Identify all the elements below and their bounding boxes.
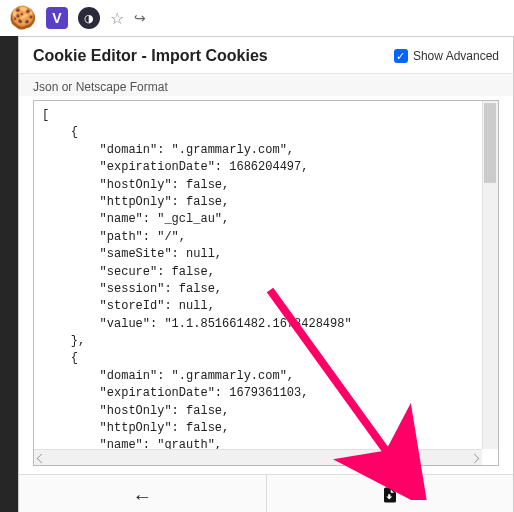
background-page (0, 36, 18, 512)
scrollbar-vertical[interactable] (482, 101, 498, 449)
popup-footer: ← (19, 474, 513, 512)
show-advanced-toggle[interactable]: ✓ Show Advanced (394, 49, 499, 63)
forward-icon[interactable]: ↪ (134, 10, 146, 26)
show-advanced-label: Show Advanced (413, 49, 499, 63)
scrollbar-horizontal[interactable] (34, 449, 482, 465)
cookie-editor-popup: Cookie Editor - Import Cookies ✓ Show Ad… (18, 36, 514, 512)
browser-toolbar: 🍪 V ◑ ☆ ↪ (0, 0, 514, 36)
import-file-icon (381, 485, 399, 509)
json-textarea[interactable]: [ { "domain": ".grammarly.com", "expirat… (33, 100, 499, 466)
star-icon[interactable]: ☆ (110, 9, 124, 28)
import-button[interactable] (267, 475, 514, 512)
format-label: Json or Netscape Format (19, 74, 513, 96)
back-arrow-icon: ← (132, 485, 152, 508)
back-button[interactable]: ← (19, 475, 267, 512)
cookie-icon: 🍪 (8, 4, 36, 32)
scrollbar-thumb[interactable] (484, 103, 496, 183)
popup-header: Cookie Editor - Import Cookies ✓ Show Ad… (19, 37, 513, 74)
json-content[interactable]: [ { "domain": ".grammarly.com", "expirat… (34, 101, 498, 449)
popup-title: Cookie Editor - Import Cookies (33, 47, 268, 65)
extension-v-icon[interactable]: V (46, 7, 68, 29)
extension-circle-icon[interactable]: ◑ (78, 7, 100, 29)
checkbox-checked-icon: ✓ (394, 49, 408, 63)
